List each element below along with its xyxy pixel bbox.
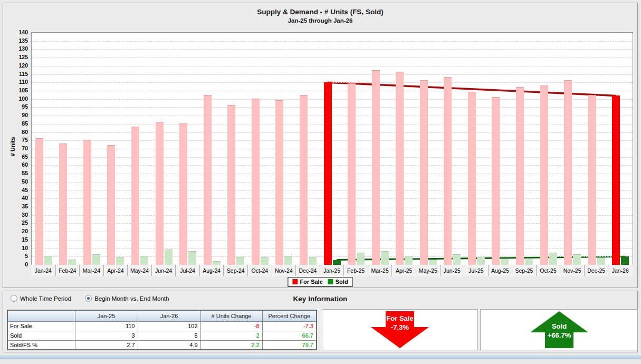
sold-swatch-icon: [328, 279, 333, 284]
bar-for-sale-jun-24: [156, 122, 164, 265]
bar-sold-oct-25: [549, 253, 557, 265]
bar-sold-dec-25: [597, 257, 605, 265]
bar-sold-nov-25: [573, 254, 581, 265]
x-tick-label-oct-25: Oct-25: [536, 265, 560, 276]
table-row-sold: Sold 3 5 2 66.7: [7, 331, 317, 340]
y-tick-label: 20: [10, 228, 28, 234]
gridline: [32, 49, 633, 50]
cell-units-change: 2.2: [200, 340, 262, 350]
x-tick-label-jul-25: Jul-25: [464, 265, 488, 276]
y-tick-label: 130: [10, 45, 28, 52]
legend-item-for-sale: For Sale: [292, 279, 322, 285]
bar-sold-feb-24: [68, 260, 76, 265]
bar-for-sale-oct-25: [540, 85, 548, 265]
bar-for-sale-aug-24: [204, 95, 212, 265]
x-tick-label-apr-24: Apr-24: [103, 265, 128, 276]
x-tick-label-nov-24: Nov-24: [272, 265, 296, 276]
indicator-label: For Sale: [386, 314, 413, 322]
row-label: Sold: [7, 331, 75, 340]
cell-value: 102: [138, 321, 200, 331]
y-tick-label: 25: [10, 219, 28, 226]
bar-for-sale-nov-24: [275, 100, 283, 265]
x-tick-label-apr-25: Apr-25: [391, 265, 416, 276]
chart-panel: Supply & Demand - # Units (FS, Sold) Jan…: [3, 3, 638, 288]
bar-for-sale-jun-25: [444, 77, 452, 265]
x-tick-label-feb-25: Feb-25: [343, 265, 368, 276]
legend: For Sale Sold: [288, 277, 352, 287]
y-tick-label: 75: [10, 137, 28, 143]
bar-for-sale-jan-24: [35, 138, 43, 265]
bar-for-sale-feb-25: [348, 83, 356, 265]
bar-sold-jan-24: [44, 256, 52, 265]
bar-sold-jan-26: [621, 256, 629, 265]
bar-for-sale-dec-24: [300, 95, 308, 265]
table-header-jan26: Jan-26: [138, 310, 200, 321]
x-tick-label-aug-25: Aug-25: [488, 265, 512, 276]
bar-for-sale-mar-24: [83, 140, 91, 265]
row-label: For Sale: [7, 321, 75, 331]
bar-for-sale-may-24: [131, 127, 139, 265]
bar-sold-apr-25: [405, 256, 413, 265]
y-tick-label: 110: [10, 79, 28, 85]
key-information-heading: Key Information: [3, 295, 637, 303]
y-tick-label: 35: [10, 203, 28, 209]
x-tick-label-oct-24: Oct-24: [247, 265, 272, 276]
cell-units-change: 2: [200, 331, 262, 340]
y-tick-label: 40: [10, 195, 28, 201]
indicator-value: -7.3%: [391, 323, 409, 331]
bar-sold-jul-25: [477, 257, 485, 265]
y-tick-label: 5: [10, 253, 28, 259]
bar-sold-may-24: [140, 256, 148, 265]
bar-for-sale-sep-25: [516, 87, 524, 265]
x-tick-label-may-25: May-25: [416, 265, 440, 276]
bar-sold-feb-25: [357, 253, 365, 265]
bar-sold-jun-25: [453, 254, 461, 265]
gridline: [32, 66, 633, 66]
cell-percent-change: 66.7: [262, 331, 317, 340]
y-tick-label: 10: [10, 245, 28, 251]
x-tick-label-dec-25: Dec-25: [584, 265, 608, 276]
table-header-row: Jan-25 Jan-26 # Units Change Percent Cha…: [7, 310, 317, 321]
x-tick-label-sep-25: Sep-25: [512, 265, 536, 276]
y-tick-label: 65: [10, 154, 28, 160]
bar-for-sale-jul-25: [468, 92, 476, 265]
x-tick-label-sep-24: Sep-24: [223, 265, 247, 276]
y-tick-label: 120: [10, 62, 28, 69]
bar-for-sale-jan-26: [612, 95, 620, 265]
y-tick-label: 55: [10, 170, 28, 176]
bar-for-sale-aug-25: [492, 97, 500, 265]
x-tick-label-may-24: May-24: [127, 265, 151, 276]
bar-for-sale-jul-24: [179, 123, 187, 265]
y-tick-label: 95: [10, 103, 28, 110]
cell-value: 2.7: [75, 340, 138, 350]
key-information-panel: Whole Time Period Begin Month vs. End Mo…: [3, 291, 638, 352]
bar-for-sale-mar-25: [372, 70, 380, 265]
bar-for-sale-sep-24: [227, 105, 235, 265]
x-tick-label-jul-24: Jul-24: [175, 265, 199, 276]
bar-sold-aug-24: [213, 261, 221, 265]
indicator-value: +66.7%: [547, 331, 571, 339]
gridline: [32, 74, 633, 75]
y-tick-label: 135: [10, 37, 28, 44]
y-tick-label: 90: [10, 112, 28, 118]
x-tick-label-jan-25: Jan-25: [320, 265, 344, 276]
plot-area: [31, 32, 633, 265]
chart-subtitle: Jan-25 through Jan-26: [3, 17, 637, 24]
bar-sold-jul-24: [188, 251, 196, 265]
bar-sold-mar-24: [92, 254, 100, 265]
up-arrow-icon: Sold +66.7%: [530, 311, 588, 348]
y-tick-label: 100: [10, 95, 28, 102]
x-tick-label-mar-24: Mar-24: [79, 265, 103, 276]
table-header-units-change: # Units Change: [200, 310, 262, 321]
cell-value: 4.9: [138, 340, 200, 350]
horizontal-scrollbar[interactable]: [0, 355, 641, 359]
bar-for-sale-dec-25: [588, 95, 596, 265]
bar-sold-sep-24: [236, 257, 244, 265]
bar-sold-jan-25: [333, 260, 341, 265]
bar-for-sale-oct-24: [252, 99, 260, 265]
y-tick-label: 70: [10, 145, 28, 151]
bar-sold-may-25: [429, 260, 437, 265]
bar-for-sale-may-25: [420, 80, 428, 265]
y-tick-label: 60: [10, 161, 28, 168]
y-tick-label: 85: [10, 120, 28, 127]
